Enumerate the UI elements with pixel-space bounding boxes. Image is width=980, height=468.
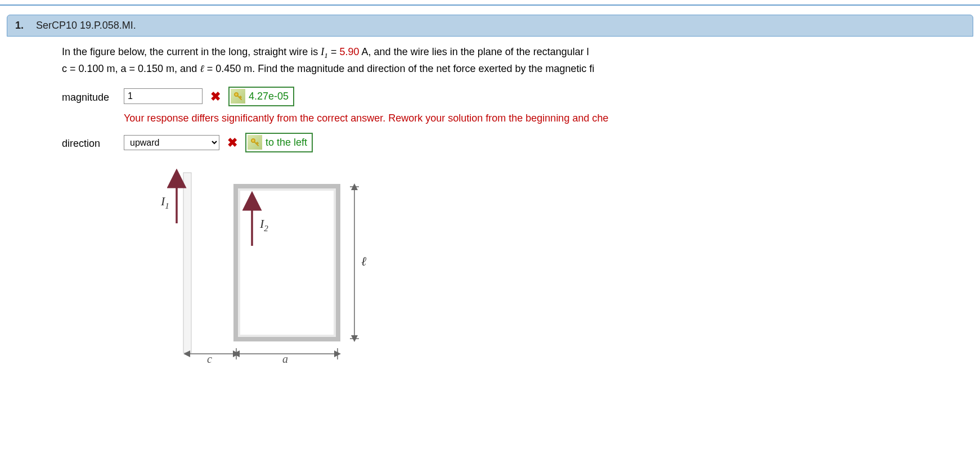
top-divider <box>0 4 980 6</box>
magnitude-row: magnitude ✖ 4.27e-05 <box>62 87 973 126</box>
magnitude-feedback: Your response differs significantly from… <box>124 111 973 126</box>
prompt-text: A, and the wire lies in the plane of the… <box>362 46 589 57</box>
magnitude-input[interactable] <box>124 88 203 104</box>
question-header: 1. SerCP10 19.P.058.MI. <box>7 15 973 37</box>
i2-label: I2 <box>259 217 268 233</box>
magnitude-correct: 4.27e-05 <box>249 89 289 104</box>
direction-select[interactable]: ---Select---upwarddownwardto the leftto … <box>124 135 219 150</box>
question-id: SerCP10 19.P.058.MI. <box>36 20 136 32</box>
loop-inner <box>239 190 335 336</box>
key-icon <box>248 135 262 150</box>
i1-subscript: 1 <box>324 51 328 60</box>
direction-label: direction <box>62 133 124 151</box>
i1-value: 5.90 <box>340 46 359 57</box>
figure-svg: I1 I2 ℓ c a <box>152 167 394 370</box>
i1-label: I1 <box>160 194 169 210</box>
equals: = <box>331 46 340 57</box>
correct-answer-badge: to the left <box>245 133 313 152</box>
incorrect-icon: ✖ <box>210 87 221 106</box>
direction-correct: to the left <box>266 135 307 150</box>
question-content: In the figure below, the current in the … <box>62 44 973 374</box>
question-number: 1. <box>15 20 24 32</box>
incorrect-icon: ✖ <box>227 133 237 152</box>
c-label: c <box>207 353 212 365</box>
prompt-text: c = 0.100 m, a = 0.150 m, and <box>62 63 200 74</box>
prompt-text: = 0.450 m. Find the magnitude and direct… <box>207 63 595 74</box>
correct-answer-badge: 4.27e-05 <box>228 87 294 106</box>
figure: I1 I2 ℓ c a <box>152 167 973 374</box>
a-label: a <box>282 353 288 365</box>
magnitude-label: magnitude <box>62 87 124 105</box>
ell-symbol: ℓ <box>200 63 204 74</box>
question-prompt: In the figure below, the current in the … <box>62 44 973 76</box>
ell-label: ℓ <box>361 254 367 268</box>
straight-wire <box>183 173 191 353</box>
key-icon <box>231 89 245 104</box>
prompt-text: In the figure below, the current in the … <box>62 46 321 57</box>
direction-row: direction ---Select---upwarddownwardto t… <box>62 133 973 152</box>
